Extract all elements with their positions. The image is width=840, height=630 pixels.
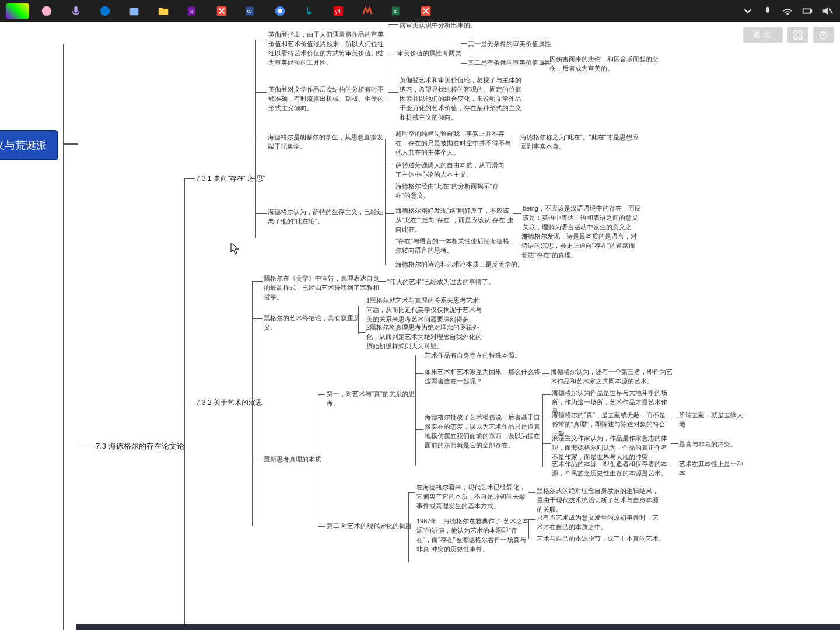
connector bbox=[388, 92, 398, 93]
excel-icon[interactable]: X bbox=[382, 0, 411, 22]
svg-text:X: X bbox=[394, 9, 397, 15]
mindmap-node[interactable]: 海德格尔称之为"此在"。"此在"才是思想应回到事实本身。 bbox=[520, 133, 643, 152]
start-icon[interactable] bbox=[3, 0, 32, 22]
mindmap-node[interactable]: 1黑格尔就艺术与真理的关系来思考艺术问题，从而比近代美学仅仅拘泥于艺术与美的关系… bbox=[366, 296, 483, 324]
connector bbox=[385, 214, 394, 214]
explorer-icon[interactable] bbox=[149, 0, 178, 22]
mindmap-node[interactable]: 因伤害而来的悲伤，和因音乐而起的悲伤，后者成为审美的。 bbox=[550, 55, 669, 74]
mindmap-node[interactable]: 所谓去蔽，就是去除大地 bbox=[679, 411, 746, 429]
mindmap-node[interactable]: "存在"与语言的一体相关性使后期海德格尔转向语言的思考。 bbox=[396, 237, 512, 256]
xmind2-icon[interactable] bbox=[411, 0, 440, 22]
mindmap-node[interactable]: 海德格尔的诗论和艺术论本质上是反美学的。 bbox=[396, 260, 524, 270]
chevron-down-icon[interactable] bbox=[738, 0, 758, 22]
mindmap-node[interactable]: 超时空的纯粹先验自我，事实上并不存在，存在的只是被抛在时空中并不得不与他人共在的… bbox=[396, 130, 512, 158]
mindmap-node[interactable]: 海德格尔批改了艺术模仿说，后者基于自然实在的态度，误以为艺术作品只是逼真地模仿摆… bbox=[425, 413, 541, 450]
paint-icon[interactable] bbox=[32, 0, 61, 22]
mindmap-node[interactable]: 2黑格尔将真理思考为绝对理念的逻辑外化，从而判定艺术为绝对理念自我外化的原始初级… bbox=[366, 323, 483, 351]
connector bbox=[318, 394, 325, 395]
connector bbox=[385, 188, 394, 188]
mindmap-node[interactable]: 第一，对艺术与"真"的关系的思考。 bbox=[327, 390, 417, 408]
svg-rect-22 bbox=[794, 36, 797, 39]
mindmap-node[interactable]: 重新思考真理的本质 bbox=[264, 455, 321, 464]
wps-icon[interactable] bbox=[353, 0, 382, 22]
mindmap-node[interactable]: 艺术在其本性上是一种本 bbox=[679, 460, 746, 478]
bing-icon[interactable] bbox=[295, 0, 324, 22]
exit-button[interactable]: 退出 bbox=[743, 27, 783, 43]
mindmap-node[interactable]: 萨特过分强调人的自由本质，从而滑向了主体中心论的人本主义。 bbox=[396, 161, 509, 180]
mindmap-node[interactable]: 英伽登指出，由于人们通常将作品的审美价值和艺术价值混淆起来，所以人们也往往以看待… bbox=[268, 30, 388, 68]
mindmap-node[interactable]: 是真与非真的冲突。 bbox=[679, 440, 737, 449]
mindmap-node[interactable]: 艺术作品有自身存在的特殊本源。 bbox=[425, 351, 521, 360]
mindmap-node[interactable]: 黑格尔的艺术终结论，具有双重意义。 bbox=[264, 314, 369, 332]
svg-line-19 bbox=[830, 8, 833, 13]
mindmap-node[interactable]: 海德格尔认为，萨特的生存主义，已经远离了他的"此在论"。 bbox=[268, 208, 384, 226]
connector bbox=[178, 446, 185, 446]
connector bbox=[184, 178, 185, 630]
connector bbox=[671, 418, 678, 418]
root-connector-h bbox=[63, 144, 78, 145]
wifi-icon[interactable] bbox=[778, 0, 797, 22]
xmind1-icon[interactable] bbox=[207, 0, 236, 22]
mic-tray-icon[interactable] bbox=[758, 0, 778, 22]
word-icon[interactable]: W bbox=[236, 0, 265, 22]
timer-icon[interactable] bbox=[813, 27, 834, 43]
mindmap-node[interactable]: 第二 对艺术的现代异化的揭露 bbox=[327, 522, 412, 531]
connector bbox=[251, 178, 256, 179]
connector bbox=[542, 394, 551, 395]
mindmap-node[interactable]: 1967年，海德格尔在雅典作了"艺术之本源"的讲演，他认为艺术的本源即"存在"，… bbox=[416, 517, 530, 554]
mindmap-node[interactable]: 浪漫主义作家认为，作品是作家意志的体现，而海德格尔则认为，作品的真正作者不是作家… bbox=[552, 434, 671, 462]
mindmap-node[interactable]: 前审美认识中分析出来的。 bbox=[400, 22, 477, 30]
mindmap-node[interactable]: 黑格尔在《美学》中宣告，真理表达自身的最高样式，已经由艺术转移到了宗教和哲学。 bbox=[264, 274, 380, 302]
grid-icon[interactable] bbox=[788, 27, 808, 43]
connector bbox=[511, 139, 519, 139]
connector bbox=[528, 519, 529, 539]
connector bbox=[415, 373, 424, 374]
mindmap-node[interactable]: 英伽登艺术和审美价值论，忽视了与主体的练习，希望寻找纯粹的客观的、固定的价值因素… bbox=[400, 76, 522, 123]
mindmap-node[interactable]: 其二是有条件的审美价值属性 bbox=[468, 58, 551, 68]
node-7-3[interactable]: 7.3 海德格尔的存在论文论 bbox=[96, 441, 184, 452]
mindmap-node[interactable]: 海德格尔是胡塞尔的学生，其思想直接发端于现象学。 bbox=[268, 133, 384, 152]
connector bbox=[385, 139, 386, 265]
svg-point-10 bbox=[278, 9, 282, 13]
mindmap-node[interactable]: 海德格尔经由"此在"的分析而揭示"存在"的意义。 bbox=[396, 182, 509, 201]
store-icon[interactable] bbox=[120, 0, 149, 22]
edge-icon[interactable] bbox=[90, 0, 120, 22]
mindmap-node[interactable]: 黑格尔式的绝对理念自身发展的逻辑结果，是由于现代技术统治切断了艺术与自身本源的关… bbox=[537, 487, 659, 514]
onenote-icon[interactable]: N bbox=[178, 0, 207, 22]
svg-rect-20 bbox=[794, 31, 797, 34]
mindmap-node[interactable]: 艺术作品的本源，即创造者和保存者的本源，个民族之历史性生存的本源是艺术。 bbox=[552, 460, 671, 478]
connector bbox=[542, 373, 550, 374]
mindmap-node[interactable]: 在海德格尔看来，现代艺术已经异化，它偏离了它的本质，不再是原初的去蔽事件或真理发… bbox=[416, 483, 530, 511]
mindmap-node[interactable]: 英伽登对文学作品层次结构的分析有时不够准确，有时流露出机械、刻板、生硬的形式主义… bbox=[268, 85, 385, 113]
svg-rect-16 bbox=[766, 7, 769, 13]
battery-icon[interactable] bbox=[797, 0, 817, 22]
mindmap-node[interactable]: 海德格尔刚好发现"路"刚好反了，不应该从"此在""走向"存在"，而是应该从"存在… bbox=[396, 206, 515, 235]
connector bbox=[184, 402, 195, 403]
mindmap-canvas[interactable]: 退出 义与荒诞派 7.3 海德格尔的存在论文论 7.3.1 走向"存在"之"思"… bbox=[0, 22, 840, 630]
svg-rect-23 bbox=[799, 36, 802, 39]
cursor-icon bbox=[230, 242, 241, 256]
volume-icon[interactable] bbox=[817, 0, 837, 22]
mindmap-node[interactable]: 海德格尔发现，诗是最本质的是语言，对诗语的沉思，会走上通向"存在"的道路而领悟"… bbox=[522, 232, 641, 260]
connector bbox=[542, 418, 551, 418]
connector bbox=[255, 40, 267, 40]
mic-icon[interactable] bbox=[61, 0, 90, 22]
presentation-controls: 退出 bbox=[743, 27, 834, 43]
youdao-icon[interactable]: yd bbox=[324, 0, 353, 22]
mindmap-node[interactable]: 艺术与自己的本源脱节，成了非本真的艺术。 bbox=[537, 534, 665, 544]
mindmap-node[interactable]: 审美价值的属性有两类 bbox=[397, 49, 461, 58]
connector bbox=[528, 519, 536, 520]
svg-rect-3 bbox=[130, 8, 139, 16]
mindmap-node[interactable]: 如果艺术和艺术家互为因果，那么什么将这两者连在一起呢？ bbox=[425, 368, 541, 386]
connector bbox=[671, 466, 678, 466]
mindmap-node[interactable]: 海德格尔认为，还有一个第三者，即作为艺术作品和艺术家之共同本源的艺术。 bbox=[551, 368, 673, 386]
mindmap-node[interactable]: "伟大的艺术"已经成为过去的事情了。 bbox=[387, 278, 495, 287]
svg-point-2 bbox=[100, 6, 110, 16]
mindmap-node[interactable]: 其一是无条件的审美价值属性 bbox=[468, 40, 551, 49]
root-node[interactable]: 义与荒诞派 bbox=[0, 130, 58, 160]
connector bbox=[385, 167, 394, 167]
mindmap-node[interactable]: 只有当艺术成为意义发生的原初事件时，艺术才在自己的本质之中。 bbox=[537, 513, 659, 532]
connector bbox=[252, 460, 262, 460]
chrome-icon[interactable] bbox=[265, 0, 295, 22]
connector bbox=[378, 281, 386, 282]
